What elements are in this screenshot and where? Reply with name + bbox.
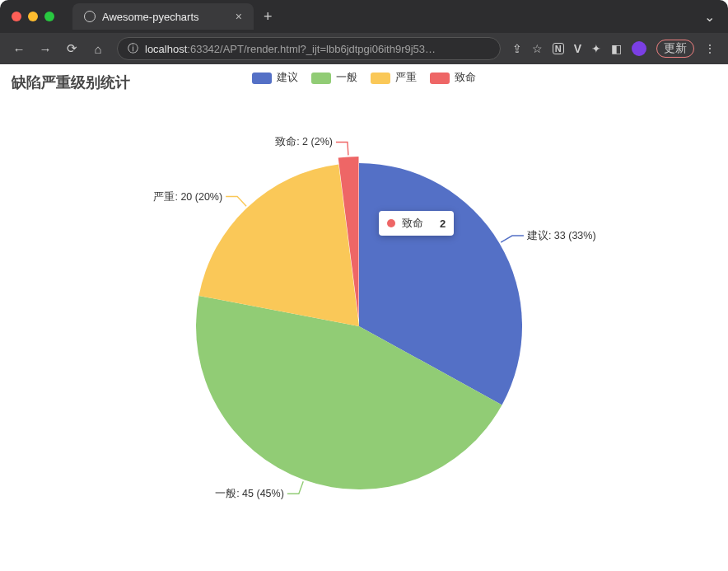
browser-toolbar: ← → ⟳ ⌂ ⓘ localhost:63342/APT/render.htm… bbox=[0, 33, 728, 64]
address-bar[interactable]: ⓘ localhost:63342/APT/render.html?_ijt=l… bbox=[117, 37, 501, 60]
tooltip-color-dot bbox=[387, 219, 395, 227]
slice-label-建议: 建议: 33 (33%) bbox=[527, 229, 596, 243]
leader-line bbox=[287, 481, 303, 494]
slice-label-严重: 严重: 20 (20%) bbox=[153, 190, 222, 204]
slice-label-致命: 致命: 2 (2%) bbox=[275, 135, 333, 149]
tab-title: Awesome-pyecharts bbox=[102, 11, 229, 23]
pie-chart[interactable] bbox=[0, 64, 728, 571]
window-close-button[interactable] bbox=[12, 12, 21, 21]
site-info-icon[interactable]: ⓘ bbox=[128, 41, 138, 56]
window-controls bbox=[12, 12, 54, 21]
tooltip-value: 2 bbox=[440, 218, 446, 230]
notion-icon[interactable]: N bbox=[553, 43, 564, 54]
forward-button[interactable]: → bbox=[38, 42, 53, 56]
tooltip-name: 致命 bbox=[402, 216, 423, 231]
leader-line bbox=[501, 236, 524, 242]
leader-line bbox=[336, 142, 348, 155]
address-host: localhost bbox=[145, 43, 187, 55]
tab-overflow-icon[interactable]: ⌄ bbox=[704, 9, 715, 25]
page-content: 缺陷严重级别统计 建议一般严重致命 建议: 33 (33%)一般: 45 (45… bbox=[0, 64, 728, 571]
window-maximize-button[interactable] bbox=[44, 12, 54, 21]
profile-avatar[interactable] bbox=[632, 41, 646, 56]
address-path: :63342/APT/render.html?_ijt=lbb6jdtpgi06… bbox=[187, 43, 436, 55]
browser-chrome: Awesome-pyecharts × + ⌄ ← → ⟳ ⌂ ⓘ localh… bbox=[0, 0, 728, 64]
update-button[interactable]: 更新 bbox=[656, 40, 694, 58]
toolbar-right: ⇪ ☆ N V ✦ ◧ 更新 ⋮ bbox=[512, 40, 716, 58]
globe-icon bbox=[84, 11, 96, 22]
leader-line bbox=[226, 197, 246, 207]
vue-icon[interactable]: V bbox=[574, 42, 581, 55]
extensions-icon[interactable]: ✦ bbox=[591, 42, 601, 55]
browser-tab[interactable]: Awesome-pyecharts × bbox=[72, 3, 254, 30]
panel-icon[interactable]: ◧ bbox=[611, 42, 622, 55]
tab-strip: Awesome-pyecharts × + ⌄ bbox=[0, 0, 728, 33]
home-button[interactable]: ⌂ bbox=[91, 42, 105, 56]
window-minimize-button[interactable] bbox=[28, 12, 38, 21]
slice-label-一般: 一般: 45 (45%) bbox=[215, 487, 284, 501]
new-tab-button[interactable]: + bbox=[264, 8, 273, 26]
share-icon[interactable]: ⇪ bbox=[512, 42, 522, 55]
reload-button[interactable]: ⟳ bbox=[64, 41, 79, 56]
menu-icon[interactable]: ⋮ bbox=[704, 42, 716, 55]
chart-tooltip: 致命 2 bbox=[379, 211, 454, 236]
back-button[interactable]: ← bbox=[12, 42, 26, 56]
star-icon[interactable]: ☆ bbox=[532, 42, 543, 55]
close-tab-icon[interactable]: × bbox=[236, 10, 242, 23]
